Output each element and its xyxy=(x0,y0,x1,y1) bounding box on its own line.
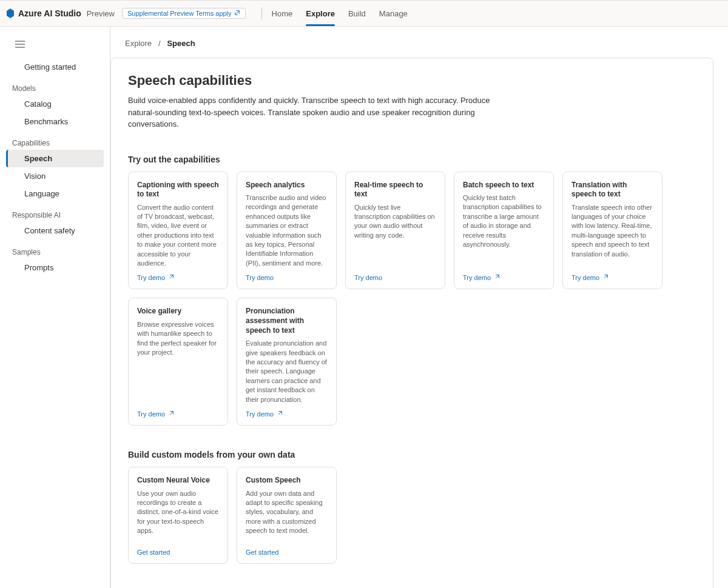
card-desc: Quickly test batch transcription capabil… xyxy=(463,193,545,268)
sidebar-item-vision[interactable]: Vision xyxy=(6,167,104,185)
card-title: Voice gallery xyxy=(137,307,219,316)
card-title: Translation with speech to text xyxy=(571,181,653,199)
sidebar-item-catalog[interactable]: Catalog xyxy=(6,95,104,113)
card-desc: Browse expressive voices with humanlike … xyxy=(137,320,219,404)
card-link[interactable]: Try demo xyxy=(246,274,328,281)
card-link[interactable]: Get started xyxy=(246,549,328,556)
breadcrumb: Explore / Speech xyxy=(110,39,728,54)
external-link-icon xyxy=(277,410,283,418)
card-link[interactable]: Try demo xyxy=(354,274,436,281)
card-link[interactable]: Try demo xyxy=(571,274,653,281)
page-title: Speech capabilities xyxy=(128,73,696,89)
sidebar-item-prompts[interactable]: Prompts xyxy=(6,259,104,276)
external-link-icon xyxy=(168,410,174,418)
sidebar-heading-responsible-ai: Responsible AI xyxy=(0,202,110,222)
card-desc: Convert the audio content of TV broadcas… xyxy=(137,203,219,269)
card[interactable]: Voice galleryBrowse expressive voices wi… xyxy=(128,298,228,426)
external-link-icon xyxy=(602,274,608,281)
terms-link-label: Supplemental Preview Terms apply xyxy=(127,10,232,17)
sidebar-item-benchmarks[interactable]: Benchmarks xyxy=(6,113,104,130)
card-desc: Evaluate pronunciation and give speakers… xyxy=(246,339,328,404)
breadcrumb-root[interactable]: Explore xyxy=(125,39,152,48)
try-cards: Captioning with speech to textConvert th… xyxy=(128,172,696,426)
card[interactable]: Translation with speech to textTranslate… xyxy=(562,172,662,290)
card-desc: Translate speech into other languages of… xyxy=(571,203,653,269)
card-desc: Quickly test live transcription capabili… xyxy=(354,203,436,269)
terms-link[interactable]: Supplemental Preview Terms apply xyxy=(122,8,246,19)
main-area: Explore / Speech Speech capabilities Bui… xyxy=(110,27,728,588)
brand-name: Azure AI Studio xyxy=(18,8,81,18)
sidebar-heading-capabilities: Capabilities xyxy=(0,130,110,150)
card[interactable]: Batch speech to textQuickly test batch t… xyxy=(454,172,554,290)
card[interactable]: Real-time speech to textQuickly test liv… xyxy=(345,172,445,290)
card-title: Custom Neural Voice xyxy=(137,476,219,486)
divider xyxy=(261,7,262,19)
content-panel: Speech capabilities Build voice-enabled … xyxy=(110,58,713,588)
card[interactable]: Speech analyticsTranscribe audio and vid… xyxy=(237,172,337,290)
sidebar-heading-models: Models xyxy=(0,76,110,95)
card-link[interactable]: Try demo xyxy=(246,410,328,418)
sidebar-heading-samples: Samples xyxy=(0,239,110,259)
external-link-icon xyxy=(234,10,240,17)
card[interactable]: Captioning with speech to textConvert th… xyxy=(128,172,228,290)
sidebar-item-content-safety[interactable]: Content safety xyxy=(6,222,104,239)
external-link-icon xyxy=(168,274,174,281)
card[interactable]: Pronunciation assessment with speech to … xyxy=(237,298,337,426)
card-link[interactable]: Try demo xyxy=(463,274,545,281)
breadcrumb-sep: / xyxy=(158,39,161,48)
top-bar: Azure AI Studio Preview Supplemental Pre… xyxy=(0,0,728,27)
card-desc: Use your own audio recordings to create … xyxy=(137,489,219,543)
card-title: Custom Speech xyxy=(246,476,328,486)
tab-build[interactable]: Build xyxy=(348,1,366,26)
card-title: Pronunciation assessment with speech to … xyxy=(246,307,328,335)
card-link[interactable]: Try demo xyxy=(137,274,219,281)
card-desc: Add your own data and adapt to specific … xyxy=(246,489,328,543)
tab-home[interactable]: Home xyxy=(272,1,293,26)
top-nav: Home Explore Build Manage xyxy=(272,1,408,26)
card-link[interactable]: Get started xyxy=(137,549,219,556)
external-link-icon xyxy=(494,274,500,281)
page-description: Build voice-enabled apps confidently and… xyxy=(128,95,516,130)
section-title-custom: Build custom models from your own data xyxy=(128,450,696,459)
sidebar-item-speech[interactable]: Speech xyxy=(6,150,104,167)
card-title: Speech analytics xyxy=(246,181,328,190)
card[interactable]: Custom SpeechAdd your own data and adapt… xyxy=(237,467,337,564)
card-desc: Transcribe audio and video recordings an… xyxy=(246,193,328,268)
breadcrumb-current: Speech xyxy=(167,39,195,48)
hamburger-button[interactable] xyxy=(8,35,32,53)
card-title: Batch speech to text xyxy=(463,181,545,190)
custom-cards: Custom Neural VoiceUse your own audio re… xyxy=(128,467,696,564)
card[interactable]: Custom Neural VoiceUse your own audio re… xyxy=(128,467,228,564)
tab-explore[interactable]: Explore xyxy=(306,1,335,26)
card-title: Captioning with speech to text xyxy=(137,181,219,199)
section-title-try: Try out the capabilities xyxy=(128,155,696,164)
preview-label: Preview xyxy=(87,9,115,18)
brand-group: Azure AI Studio Preview Supplemental Pre… xyxy=(6,8,246,19)
sidebar: Getting started Models Catalog Benchmark… xyxy=(0,27,110,588)
sidebar-item-getting-started[interactable]: Getting started xyxy=(6,58,104,76)
azure-logo-icon xyxy=(6,8,15,18)
card-title: Real-time speech to text xyxy=(354,181,436,199)
card-link[interactable]: Try demo xyxy=(137,410,219,418)
tab-manage[interactable]: Manage xyxy=(379,1,408,26)
sidebar-item-language[interactable]: Language xyxy=(6,185,104,202)
